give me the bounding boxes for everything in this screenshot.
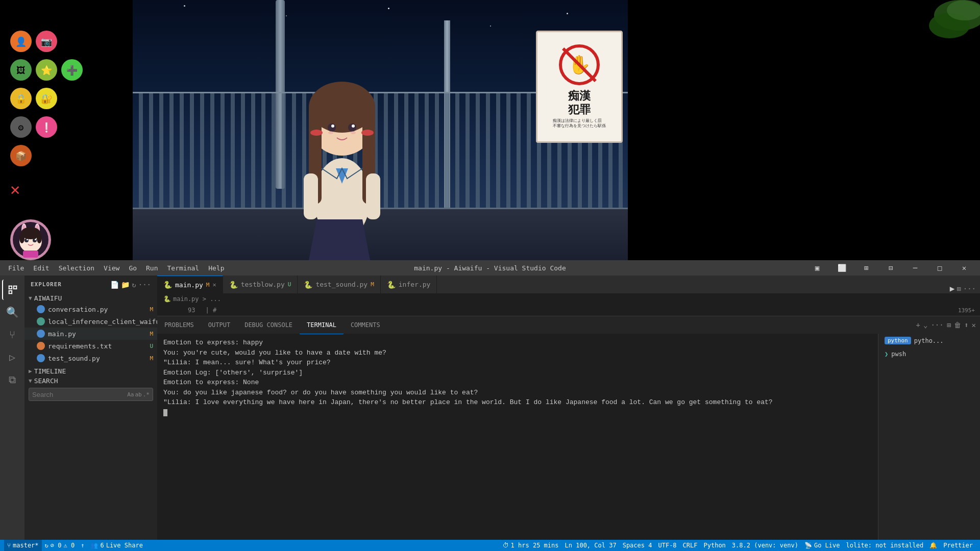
python-label: pytho... <box>914 337 944 344</box>
status-spaces[interactable]: Spaces 4 <box>620 542 655 549</box>
status-time[interactable]: ⏱ 1 hrs 25 mins <box>500 542 562 549</box>
sidebar-more[interactable]: ··· <box>138 281 151 289</box>
file-local-inference[interactable]: local_inference_client_waifu.py U <box>24 315 157 328</box>
icon-lock1[interactable]: 🔒 <box>10 88 32 109</box>
tab-testblow[interactable]: 🐍 testblow.py U <box>223 276 298 293</box>
panel-tab-problems[interactable]: PROBLEMS <box>157 316 201 334</box>
svg-point-24 <box>352 124 355 128</box>
activity-search[interactable]: 🔍 <box>2 302 22 322</box>
window-layout1[interactable]: ▣ <box>805 260 829 276</box>
status-go-live[interactable]: 📡 Go Live <box>801 542 843 549</box>
sidebar-new-file[interactable]: 📄 <box>110 281 119 289</box>
panel-tab-output[interactable]: OUTPUT <box>201 316 237 334</box>
terminal-pwsh-instance[interactable]: ❯ pwsh <box>878 347 980 361</box>
icon-star[interactable]: ⭐ <box>36 59 57 81</box>
icon-plus[interactable]: ➕ <box>61 59 83 81</box>
icon-package[interactable]: 📦 <box>10 145 32 166</box>
search-input[interactable] <box>32 391 126 398</box>
status-line-col[interactable]: Ln 100, Col 37 <box>562 542 620 549</box>
menu-view[interactable]: View <box>100 263 124 273</box>
panel-tab-comments[interactable]: COMMENTS <box>344 316 387 334</box>
menu-selection[interactable]: Selection <box>55 263 99 273</box>
panel-trash[interactable]: 🗑 <box>954 321 961 329</box>
sidebar-new-folder[interactable]: 📁 <box>121 281 130 289</box>
status-python-version[interactable]: 3.8.2 (venv: venv) <box>729 542 801 549</box>
panel-options[interactable]: ··· <box>930 321 943 329</box>
icon-gear[interactable]: ⚙ <box>10 116 32 138</box>
status-sync[interactable]: ↻ ⊘ 0 ⚠ 0 <box>42 540 78 551</box>
activity-explorer[interactable] <box>2 280 22 300</box>
status-notifications[interactable]: 🔔 <box>926 542 940 549</box>
file-conversation[interactable]: conversation.py M <box>24 303 157 315</box>
status-lolite[interactable]: lolite: not installed <box>843 542 926 549</box>
project-section[interactable]: ▼ AIWAIFU <box>24 293 157 303</box>
window-layout4[interactable]: ⊟ <box>879 260 902 276</box>
panel-more[interactable]: ⌄ <box>923 321 927 329</box>
sidebar-refresh[interactable]: ↻ <box>132 281 136 289</box>
menu-terminal[interactable]: Terminal <box>163 263 204 273</box>
icon-image[interactable]: 🖼 <box>10 59 32 81</box>
status-line-ending[interactable]: CRLF <box>680 542 701 549</box>
file-requirements[interactable]: requirements.txt U <box>24 340 157 352</box>
split-editor[interactable]: ⊞ <box>957 285 961 293</box>
svg-point-22 <box>348 123 356 132</box>
tab-icon-infer: 🐍 <box>387 281 396 289</box>
tab-test-sound[interactable]: 🐍 test_sound.py M <box>298 276 380 293</box>
run-button[interactable]: ▶ <box>950 284 955 293</box>
terminal-output[interactable]: Emotion to express: happy You: you're cu… <box>157 334 878 540</box>
search-label: SEARCH <box>34 377 58 385</box>
window-minimize[interactable]: ─ <box>903 260 927 276</box>
tab-close-main[interactable]: ✕ <box>212 281 216 288</box>
panel-tab-terminal[interactable]: TERMINAL <box>300 316 344 334</box>
prettier-label: Prettier <box>943 542 973 549</box>
status-publish[interactable]: ↑ <box>78 540 87 551</box>
window-layout2[interactable]: ⬜ <box>830 260 853 276</box>
spaces-label: Spaces 4 <box>623 542 652 549</box>
file-main[interactable]: main.py M <box>24 328 157 340</box>
terminal-python-instance[interactable]: python pytho... <box>878 334 980 347</box>
file-icon-main <box>37 330 45 338</box>
tab-main-py[interactable]: 🐍 main.py M ✕ <box>157 276 223 293</box>
activity-source-control[interactable]: ⑂ <box>2 324 22 345</box>
menu-help[interactable]: Help <box>204 263 228 273</box>
icon-red[interactable]: 📷 <box>36 31 57 52</box>
panel-add[interactable]: + <box>916 321 920 329</box>
icon-user[interactable]: 👤 <box>10 31 32 52</box>
search-regex-icon[interactable]: .* <box>143 391 150 398</box>
file-test-sound[interactable]: test_sound.py M <box>24 352 157 364</box>
x-close-icon[interactable]: ✕ <box>10 180 20 199</box>
anime-background: ✋ 痴漢犯罪 痴漢は法律により厳しく罰不審な行為を見つけたら駅係 <box>133 0 628 260</box>
search-case-icon[interactable]: Aa <box>127 391 134 398</box>
panel-tab-debug-console[interactable]: DEBUG CONSOLE <box>237 316 300 334</box>
status-live-share[interactable]: 👥 6 Live Share <box>87 540 145 551</box>
panel-close[interactable]: ✕ <box>972 321 976 329</box>
panel-split[interactable]: ⊞ <box>947 321 951 329</box>
status-prettier[interactable]: Prettier <box>940 542 976 549</box>
timeline-section[interactable]: ▶ TIMELINE <box>24 366 157 376</box>
status-encoding[interactable]: UTF-8 <box>655 542 679 549</box>
menu-run[interactable]: Run <box>142 263 162 273</box>
tab-infer[interactable]: 🐍 infer.py <box>381 276 437 293</box>
menu-file[interactable]: File <box>4 263 28 273</box>
menu-go[interactable]: Go <box>125 263 141 273</box>
terminal-panel: PROBLEMS OUTPUT DEBUG CONSOLE TERMINAL C… <box>157 316 980 540</box>
icon-lock2[interactable]: 🔐 <box>36 88 57 109</box>
activity-run-debug[interactable]: ▷ <box>2 347 22 367</box>
activity-extensions[interactable]: ⧉ <box>2 369 22 390</box>
more-actions[interactable]: ··· <box>963 285 976 293</box>
window-close[interactable]: ✕ <box>952 260 976 276</box>
window-layout3[interactable]: ⊞ <box>854 260 878 276</box>
panel-maximize[interactable]: ⬆ <box>964 321 968 329</box>
status-language[interactable]: Python <box>701 542 729 549</box>
window-maximize[interactable]: □ <box>928 260 951 276</box>
status-branch[interactable]: ⑂ master* <box>4 540 42 551</box>
breadcrumb-path[interactable]: main.py > ... <box>173 295 221 303</box>
antenna-icon: 📡 <box>804 542 812 549</box>
menu-edit[interactable]: Edit <box>29 263 53 273</box>
line-number: 93 <box>188 307 195 314</box>
live-share-label: Live Share <box>106 542 143 549</box>
search-word-icon[interactable]: ab <box>135 391 142 398</box>
svg-rect-29 <box>366 173 380 219</box>
icon-pink[interactable]: ❕ <box>36 116 57 138</box>
search-section[interactable]: ▼ SEARCH <box>24 376 157 386</box>
